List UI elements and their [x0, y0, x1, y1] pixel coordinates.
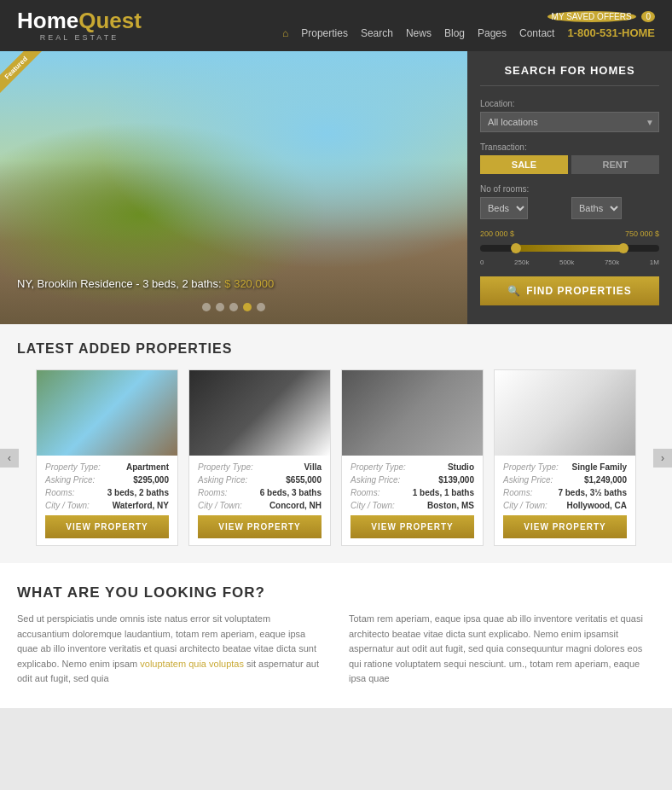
- price-range-fill: [516, 245, 623, 252]
- prop-price-value-2: $655,000: [286, 475, 322, 485]
- prop-price-label-4: Asking Price:: [503, 475, 553, 485]
- prop-type-label-4: Property Type:: [503, 462, 559, 472]
- property-image-1: [37, 370, 177, 456]
- rooms-label: No of rooms:: [480, 184, 659, 194]
- dot-2[interactable]: [216, 303, 224, 311]
- main-nav: ⌂ Properties Search News Blog Pages Cont…: [282, 26, 655, 39]
- location-label: Location:: [480, 99, 659, 108]
- price-axis-labels: 0 250k 500k 750k 1M: [480, 258, 659, 266]
- prop-rooms-row-4: Rooms: 7 beds, 3½ baths: [503, 488, 627, 497]
- search-title: SEARCH FOR HOMES: [480, 64, 659, 86]
- property-image-2: [189, 370, 330, 456]
- property-card-1: Property Type: Apartment Asking Price: $…: [36, 369, 178, 546]
- carousel-prev-button[interactable]: ‹: [0, 449, 19, 468]
- view-property-button-2[interactable]: VIEW PROPERTY: [198, 515, 322, 538]
- site-header: HomeQuest REAL ESTATE MY SAVED OFFERS 0 …: [0, 0, 672, 51]
- prop-type-row-3: Property Type: Studio: [350, 462, 474, 472]
- looking-col-1: Sed ut perspiciatis unde omnis iste natu…: [17, 612, 323, 687]
- prop-type-label-3: Property Type:: [350, 462, 406, 472]
- location-select-wrapper: All locations ▼: [480, 112, 659, 132]
- prop-rooms-label-4: Rooms:: [503, 488, 532, 497]
- nav-pages[interactable]: Pages: [478, 27, 507, 39]
- property-image-4: [495, 370, 635, 456]
- prop-price-row-3: Asking Price: $139,000: [350, 475, 474, 485]
- prop-rooms-value-4: 7 beds, 3½ baths: [558, 488, 627, 497]
- nav-properties[interactable]: Properties: [301, 27, 348, 39]
- price-label-0: 0: [480, 258, 484, 266]
- price-label-500: 500k: [559, 258, 574, 266]
- nav-contact[interactable]: Contact: [519, 27, 554, 39]
- view-property-button-3[interactable]: VIEW PROPERTY: [350, 515, 474, 538]
- prop-price-value-4: $1,249,000: [584, 475, 627, 485]
- price-label-750: 750k: [605, 258, 619, 266]
- location-select[interactable]: All locations: [480, 112, 659, 132]
- property-card-2: Property Type: Villa Asking Price: $655,…: [188, 369, 331, 546]
- view-property-button-1[interactable]: VIEW PROPERTY: [45, 515, 169, 538]
- baths-select[interactable]: Baths: [571, 197, 622, 219]
- prop-type-row-2: Property Type: Villa: [198, 462, 322, 472]
- prop-city-value-3: Boston, MS: [427, 501, 474, 510]
- rent-button[interactable]: RENT: [571, 155, 659, 174]
- prop-price-row-1: Asking Price: $295,000: [45, 475, 169, 485]
- baths-wrapper: Baths: [571, 197, 659, 219]
- property-image-3: [342, 370, 483, 456]
- price-range-track[interactable]: [480, 245, 659, 252]
- prop-price-label-3: Asking Price:: [350, 475, 400, 485]
- prop-city-row-4: City / Town: Hollywood, CA: [503, 501, 627, 510]
- hero-image: Featured NY, Brooklin Residence - 3 beds…: [0, 51, 467, 324]
- saved-offers-count: 0: [641, 11, 655, 22]
- prop-rooms-row-1: Rooms: 3 beds, 2 baths: [45, 488, 169, 497]
- nav-home-icon[interactable]: ⌂: [282, 27, 288, 39]
- prop-type-label-1: Property Type:: [45, 462, 101, 472]
- find-btn-label: FIND PROPERTIES: [526, 285, 632, 297]
- prop-city-label-3: City / Town:: [350, 501, 395, 510]
- prop-city-value-4: Hollywood, CA: [566, 501, 627, 510]
- property-details-2: Property Type: Villa Asking Price: $655,…: [189, 456, 330, 545]
- dot-4[interactable]: [243, 303, 252, 311]
- prop-type-label-2: Property Type:: [198, 462, 253, 472]
- carousel-next-button[interactable]: ›: [653, 449, 672, 468]
- looking-col2-text: Totam rem aperiam, eaque ipsa quae ab il…: [349, 613, 643, 683]
- sale-button[interactable]: SALE: [480, 155, 568, 174]
- hero-price: $ 320,000: [224, 277, 274, 290]
- prop-rooms-value-2: 6 beds, 3 baths: [260, 488, 322, 497]
- prop-city-row-1: City / Town: Waterford, NY: [45, 501, 169, 510]
- logo-text: HomeQuest: [17, 9, 142, 32]
- find-properties-button[interactable]: 🔍 FIND PROPERTIES: [480, 276, 659, 305]
- dot-1[interactable]: [202, 303, 211, 311]
- rooms-field: No of rooms: Beds Baths: [480, 184, 659, 219]
- price-min-value: 200 000 $: [480, 229, 514, 238]
- nav-news[interactable]: News: [406, 27, 432, 39]
- prop-price-label-1: Asking Price:: [45, 475, 95, 485]
- hero-caption-text: NY, Brooklin Residence - 3 beds, 2 baths…: [17, 277, 222, 290]
- price-label-250: 250k: [514, 258, 529, 266]
- prop-city-row-3: City / Town: Boston, MS: [350, 501, 474, 510]
- looking-col-2: Totam rem aperiam, eaque ipsa quae ab il…: [349, 612, 655, 687]
- dot-5[interactable]: [257, 303, 265, 311]
- looking-columns: Sed ut perspiciatis unde omnis iste natu…: [17, 612, 655, 687]
- logo[interactable]: HomeQuest REAL ESTATE: [17, 9, 142, 42]
- price-range-field: 200 000 $ 750 000 $ 0 250k 500k 750k 1M: [480, 229, 659, 266]
- saved-offers-label: MY SAVED OFFERS: [547, 11, 636, 22]
- property-details-4: Property Type: Single Family Asking Pric…: [495, 456, 635, 545]
- looking-section: WHAT ARE YOU LOOKING FOR? Sed ut perspic…: [0, 563, 672, 708]
- property-card-4: Property Type: Single Family Asking Pric…: [494, 369, 636, 546]
- beds-select[interactable]: Beds: [480, 197, 528, 219]
- nav-search[interactable]: Search: [361, 27, 393, 39]
- looking-col1-link[interactable]: voluptatem quia voluptas: [140, 659, 244, 669]
- prop-city-label-2: City / Town:: [198, 501, 242, 510]
- dot-3[interactable]: [229, 303, 238, 311]
- transaction-field: Transaction: SALE RENT: [480, 142, 659, 174]
- saved-offers[interactable]: MY SAVED OFFERS 0: [544, 12, 655, 21]
- prop-type-value-2: Villa: [304, 462, 322, 472]
- price-handle-min[interactable]: [511, 243, 521, 253]
- price-handle-max[interactable]: [618, 243, 629, 253]
- prop-type-row-1: Property Type: Apartment: [45, 462, 169, 472]
- phone-number: 1-800-531-HOME: [567, 26, 655, 39]
- prop-type-value-1: Apartment: [126, 462, 169, 472]
- price-max-value: 750 000 $: [625, 229, 659, 238]
- nav-blog[interactable]: Blog: [444, 27, 465, 39]
- prop-price-label-2: Asking Price:: [198, 475, 247, 485]
- view-property-button-4[interactable]: VIEW PROPERTY: [503, 515, 627, 538]
- looking-title: WHAT ARE YOU LOOKING FOR?: [17, 584, 655, 601]
